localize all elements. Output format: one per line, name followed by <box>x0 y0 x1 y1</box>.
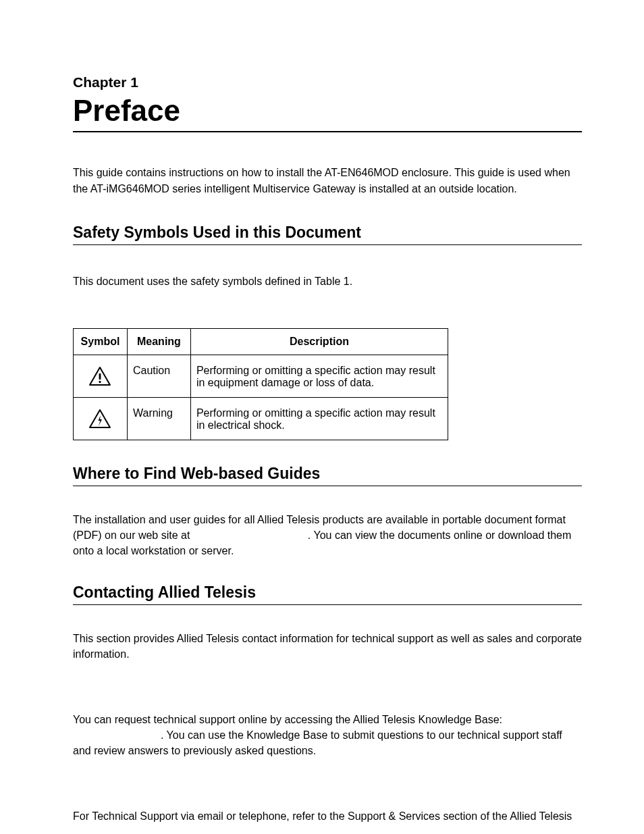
paragraph-web-guides: The installation and user guides for all… <box>73 512 582 559</box>
warning-icon <box>88 409 111 429</box>
paragraph-contact-intro: This section provides Allied Telesis con… <box>73 631 582 662</box>
chapter-label: Chapter 1 <box>73 74 582 90</box>
table-cell-description: Performing or omitting a specific action… <box>190 355 448 397</box>
document-page: Chapter 1 Preface This guide contains in… <box>0 0 644 834</box>
table-cell-symbol <box>74 355 128 397</box>
paragraph-support-online: You can request technical support online… <box>73 712 582 759</box>
svg-rect-0 <box>99 373 101 380</box>
intro-paragraph: This guide contains instructions on how … <box>73 165 582 196</box>
divider-web-guides <box>73 486 582 486</box>
table-cell-symbol <box>74 397 128 440</box>
table-cell-description: Performing or omitting a specific action… <box>190 397 448 440</box>
table-row: Caution Performing or omitting a specifi… <box>74 355 448 397</box>
table-cell-meaning: Warning <box>127 397 190 440</box>
heading-contacting: Contacting Allied Telesis <box>73 583 582 602</box>
paragraph-support-phone: For Technical Support via email or telep… <box>73 808 582 824</box>
divider-contacting <box>73 604 582 605</box>
table-cell-meaning: Caution <box>127 355 190 397</box>
text-fragment: . You can use the Knowledge Base to subm… <box>73 729 562 756</box>
heading-web-guides: Where to Find Web-based Guides <box>73 465 582 483</box>
paragraph-safety-intro: This document uses the safety symbols de… <box>73 273 582 289</box>
table-header-row: Symbol Meaning Description <box>74 328 448 355</box>
table-row: Warning Performing or omitting a specifi… <box>74 397 448 440</box>
divider-chapter <box>73 131 582 132</box>
svg-rect-1 <box>99 381 101 383</box>
chapter-title: Preface <box>73 95 582 127</box>
table-header-description: Description <box>190 328 448 355</box>
safety-symbols-table: Symbol Meaning Description Caution Perfo… <box>73 328 448 440</box>
heading-safety-symbols: Safety Symbols Used in this Document <box>73 224 582 242</box>
divider-safety <box>73 244 582 245</box>
table-header-meaning: Meaning <box>127 328 190 355</box>
table-header-symbol: Symbol <box>74 328 128 355</box>
caution-icon <box>88 366 111 386</box>
text-fragment: You can request technical support online… <box>73 714 502 725</box>
